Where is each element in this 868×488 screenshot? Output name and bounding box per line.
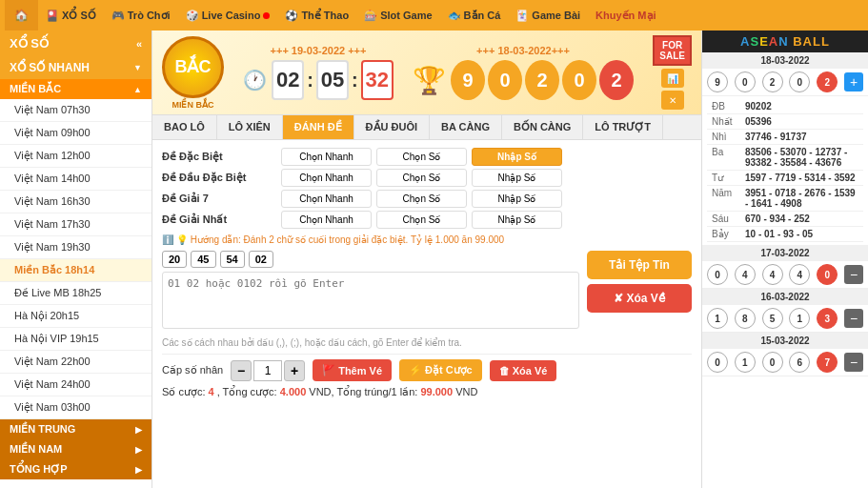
nav-livecasino[interactable]: 🎲 Live Casino [178, 10, 278, 22]
tab-lotruot[interactable]: LÔ TRƯỢT [583, 115, 663, 139]
time-minutes: 05 [316, 60, 349, 100]
date-row-3: 16-03-2022 [702, 289, 868, 305]
sidebar-item-vn0300[interactable]: Việt Nam 03h00 [0, 396, 151, 419]
nav-banca[interactable]: 🐟 Bắn Cá [440, 10, 509, 22]
action-buttons-right: Tải Tệp Tin ✘ Xóa Về [587, 251, 692, 332]
numbers-row-2: 0 4 4 4 0 − [702, 261, 868, 289]
nav-trochoi[interactable]: 🎮 Trò Chơi [104, 10, 178, 22]
numbers-row-3: 1 8 5 1 3 − [702, 305, 868, 333]
result-digit-1: 9 [451, 60, 485, 100]
bet-daudacbiet-chonso[interactable]: Chọn Số [376, 169, 467, 187]
date-row-1: 18-03-2022 [702, 52, 868, 69]
rp3-num-1: 1 [707, 308, 728, 329]
numbers-row-1: 9 0 2 0 2 + [702, 69, 868, 96]
gamebai-icon: 🃏 [515, 10, 529, 22]
sidebar-section-xosonhanh[interactable]: XỔ SỐ NHANH ▼ [0, 56, 151, 79]
slotgame-icon: 🎰 [364, 10, 377, 22]
minus-button-4[interactable]: − [844, 353, 863, 372]
sidebar-item-vn1400[interactable]: Việt Nam 14h00 [0, 168, 151, 191]
minus-button-3[interactable]: − [844, 309, 863, 328]
input-hint2: Các số cách nhau bởi dấu (,), (;), hoặc … [162, 337, 692, 348]
minus-button-2[interactable]: − [844, 265, 863, 284]
tab-bacang[interactable]: BA CÀNG [430, 115, 502, 139]
trophy-section: 🏆 9 0 2 0 2 [413, 60, 634, 100]
stepper-minus[interactable]: − [231, 360, 252, 381]
timer-area: +++ 19-03-2022 +++ 🕐 02 : 05 : 32 [243, 45, 393, 100]
sidebar-item-vn1930[interactable]: Việt Nam 19h30 [0, 236, 151, 259]
nav-khuyenmai[interactable]: Khuyến Mại [588, 10, 664, 22]
sidebar-item-vn1200[interactable]: Việt Nam 12h00 [0, 145, 151, 168]
sidebar-item-vn2200[interactable]: Việt Nam 22h00 [0, 351, 151, 374]
livecasino-icon: 🎲 [186, 10, 199, 22]
nav-xoso[interactable]: 🎴 XỔ SỐ [38, 10, 104, 22]
rp4-num-3: 0 [762, 352, 783, 373]
sidebar-tonghop[interactable]: TỔNG HỢP ▶ [0, 459, 151, 479]
bet-daudacbiet-nhapso[interactable]: Nhập Số [472, 169, 562, 187]
add-button-1[interactable]: + [844, 72, 863, 92]
sidebar-item-mienbac1814[interactable]: Miền Bắc 18h14 [0, 259, 151, 282]
xoa-ve-right-button[interactable]: ✘ Xóa Về [587, 284, 692, 313]
tab-loxien[interactable]: LÔ XIÊN [217, 115, 283, 139]
cap-so-nhan-label: Cấp số nhân [162, 364, 223, 376]
home-button[interactable]: 🏠 [5, 0, 38, 30]
stepper-plus[interactable]: + [284, 360, 305, 381]
bet-dacbiet-chonso[interactable]: Chọn Số [376, 148, 467, 166]
tab-baolo[interactable]: BAO LÔ [152, 115, 217, 139]
tai-tep-button[interactable]: Tải Tệp Tin [587, 251, 692, 279]
collapse-icon[interactable]: « [136, 38, 142, 50]
result-row-nhat: Nhất 05396 [707, 114, 863, 130]
sidebar-mientrung[interactable]: MIỀN TRUNG ▶ [0, 419, 151, 439]
rp-num-4: 0 [789, 71, 810, 92]
sidebar-item-vn0730[interactable]: Việt Nam 07h30 [0, 99, 151, 122]
xoa-ve-bottom-button[interactable]: 🗑 Xóa Vé [490, 360, 557, 381]
rp3-num-3: 5 [762, 308, 783, 329]
rp3-num-5: 3 [817, 308, 838, 329]
rp2-num-5: 0 [817, 264, 838, 285]
result-digit-3: 2 [525, 60, 559, 100]
sale-area: FORSALE 📊 ✕ [653, 35, 692, 110]
time-digits: 02 : 05 : 32 [272, 60, 393, 100]
bet-dacbiet-chonnhanh[interactable]: Chọn Nhanh [281, 148, 372, 166]
right-panel: ASEAN BALL 18-03-2022 9 0 2 0 2 + ĐB 902… [701, 30, 868, 488]
sidebar-item-hn2015[interactable]: Hà Nội 20h15 [0, 305, 151, 328]
tab-dauduoi[interactable]: ĐẦU ĐUÔI [354, 115, 430, 139]
sidebar-subsection-mienbac[interactable]: MIỀN BẮC ▲ [0, 79, 151, 99]
sidebar-item-vn0900[interactable]: Việt Nam 09h00 [0, 122, 151, 145]
nav-slotgame[interactable]: 🎰 Slot Game [356, 10, 439, 22]
bet-giainhat-nhapso[interactable]: Nhập Số [472, 211, 562, 229]
main-content: BẮC MIỀN BẮC +++ 19-03-2022 +++ 🕐 02 : 0… [152, 30, 701, 488]
bet-giai7-nhapso[interactable]: Nhập Số [472, 190, 562, 208]
header-banner: BẮC MIỀN BẮC +++ 19-03-2022 +++ 🕐 02 : 0… [152, 30, 701, 115]
bet-daudacbiet-label: Đề Đầu Đặc Biệt [162, 169, 276, 187]
nav-thethao[interactable]: ⚽ Thể Thao [277, 10, 356, 22]
bet-giai7-chonnhanh[interactable]: Chọn Nhanh [281, 190, 372, 208]
flag-icon: 🚩 [322, 364, 335, 376]
sidebar-item-vn1730[interactable]: Việt Nam 17h30 [0, 214, 151, 236]
sidebar-item-vn2400[interactable]: Việt Nam 24h00 [0, 374, 151, 396]
rp4-num-2: 1 [735, 352, 756, 373]
bet-daudacbiet-chonnhanh[interactable]: Chọn Nhanh [281, 169, 372, 187]
tab-boncang[interactable]: BỐN CÀNG [502, 115, 583, 139]
rp2-num-4: 4 [789, 264, 810, 285]
sidebar-item-delive1825[interactable]: Đề Live MB 18h25 [0, 282, 151, 305]
them-ve-button[interactable]: 🚩 Thêm Vé [313, 359, 392, 381]
sidebar-item-vn1630[interactable]: Việt Nam 16h30 [0, 191, 151, 214]
bet-giai7-chonso[interactable]: Chọn Số [376, 190, 467, 208]
tab-danhde[interactable]: ĐÁNH ĐỀ [283, 115, 354, 139]
sidebar-item-hnvip1915[interactable]: Hà Nội VIP 19h15 [0, 328, 151, 351]
close-icon-btn[interactable]: ✕ [661, 91, 684, 110]
rp3-num-2: 8 [735, 308, 756, 329]
dat-cuoc-button[interactable]: ⚡ Đặt Cược [399, 359, 482, 381]
number-input[interactable] [162, 272, 579, 329]
chart-icon-btn[interactable]: 📊 [661, 69, 684, 88]
bet-dacbiet-nhapso[interactable]: Nhập Số [472, 148, 562, 166]
right-icons: 📊 ✕ [661, 69, 684, 110]
tabs: BAO LÔ LÔ XIÊN ĐÁNH ĐỀ ĐẦU ĐUÔI BA CÀNG … [152, 115, 701, 139]
home-icon: 🏠 [14, 9, 29, 22]
bet-giainhat-chonso[interactable]: Chọn Số [376, 211, 467, 229]
bet-giainhat-chonnhanh[interactable]: Chọn Nhanh [281, 211, 372, 229]
date-row-4: 15-03-2022 [702, 333, 868, 349]
nav-gamebai[interactable]: 🃏 Game Bài [508, 10, 588, 22]
result-row-nam: Năm 3951 - 0718 - 2676 - 1539 - 1641 - 4… [707, 186, 863, 212]
sidebar-miennam[interactable]: MIỀN NAM ▶ [0, 439, 151, 459]
